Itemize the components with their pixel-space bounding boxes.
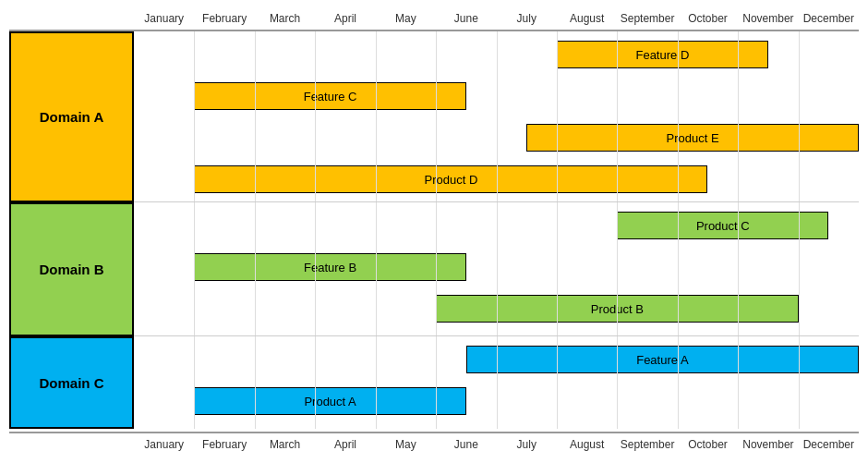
- month-label: June: [436, 7, 496, 30]
- month-label: July: [497, 433, 557, 456]
- gantt-bar: Product A: [194, 387, 465, 415]
- gantt-bar: Product E: [526, 124, 859, 152]
- chart-body: Domain A Domain B Domain C Feature DFeat…: [9, 30, 859, 433]
- month-label: April: [315, 7, 375, 30]
- gantt-bar: Feature A: [466, 346, 859, 373]
- month-label: July: [497, 7, 557, 30]
- month-label: September: [617, 433, 677, 456]
- gantt-bar: Feature D: [557, 41, 768, 68]
- footer-months: JanuaryFebruaryMarchAprilMayJuneJulyAugu…: [134, 433, 859, 456]
- domain-a-label: Domain A: [9, 31, 134, 202]
- domain-row-b: Product CFeature BProduct B: [134, 202, 859, 336]
- month-label: June: [436, 433, 496, 456]
- month-label: September: [617, 7, 677, 30]
- domain-labels: Domain A Domain B Domain C: [9, 31, 134, 432]
- month-label: May: [376, 433, 436, 456]
- month-label: January: [134, 433, 194, 456]
- month-label: October: [678, 7, 738, 30]
- domain-b-label: Domain B: [9, 202, 134, 336]
- month-label: February: [194, 433, 254, 456]
- gantt-bar: Feature C: [194, 82, 465, 110]
- month-label: April: [315, 433, 375, 456]
- domain-row-c: Feature AProduct A: [134, 336, 859, 429]
- gantt-bar: Product C: [617, 212, 828, 239]
- domain-row-a: Feature DFeature CProduct EProduct D: [134, 31, 859, 202]
- month-label: November: [738, 7, 798, 30]
- month-label: December: [799, 7, 859, 30]
- month-label: December: [799, 433, 859, 456]
- month-label: January: [134, 7, 194, 30]
- header-months: JanuaryFebruaryMarchAprilMayJuneJulyAugu…: [134, 7, 859, 30]
- gantt-bar: Product D: [194, 165, 707, 193]
- domain-rows: Feature DFeature CProduct EProduct D Pro…: [134, 31, 859, 432]
- month-label: March: [255, 7, 315, 30]
- month-label: August: [557, 433, 617, 456]
- gantt-chart: JanuaryFebruaryMarchAprilMayJuneJulyAugu…: [0, 0, 868, 463]
- month-label: May: [376, 7, 436, 30]
- gantt-bar: Feature B: [194, 253, 465, 281]
- month-label: February: [194, 7, 254, 30]
- domain-c-label: Domain C: [9, 336, 134, 429]
- month-label: March: [255, 433, 315, 456]
- month-label: August: [557, 7, 617, 30]
- month-label: October: [678, 433, 738, 456]
- month-label: November: [738, 433, 798, 456]
